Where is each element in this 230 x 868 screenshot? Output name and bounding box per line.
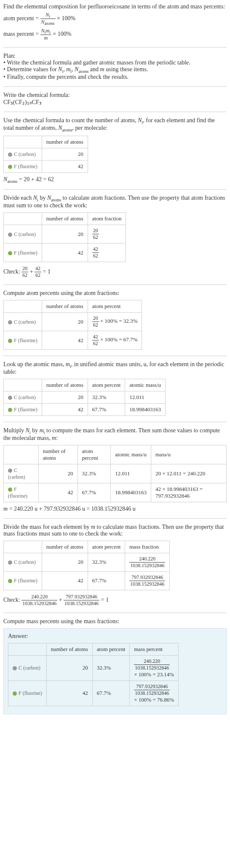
atompct-table: number of atomsatom percent C (carbon) 2…	[3, 300, 142, 350]
ap-cd: 62	[92, 322, 99, 328]
af-ck1d: 62	[21, 272, 28, 279]
mm-cmass: 20 × 12.011 = 240.220	[151, 464, 227, 483]
af-check-pre: Check:	[3, 268, 21, 275]
am-hnum: number of atoms	[42, 379, 88, 391]
mm-cpct: 32.3%	[78, 464, 111, 483]
mf-fn: 797.932932846	[129, 574, 165, 581]
atomfrac-section: Divide each Ni by Natoms to calculate at…	[3, 195, 227, 279]
plan-title: Plan:	[3, 53, 227, 59]
am-fmass: 18.998403163	[125, 403, 166, 415]
intro-section: Find the elemental composition for perfl…	[3, 3, 227, 41]
fluorine-dot-icon	[8, 165, 12, 169]
carbon-dot-icon	[13, 666, 17, 670]
mm-mid: by	[31, 427, 40, 434]
mf-ck2d: 1038.152932846	[64, 600, 99, 607]
mp-hmpct: mass percent	[130, 643, 179, 655]
massmult-section: Multiply Ni by mi to compute the mass fo…	[3, 427, 227, 512]
times100-2: × 100%	[53, 31, 71, 37]
mf-plus: +	[59, 596, 64, 603]
mf-eq: = 1	[101, 596, 109, 603]
af-f-num: 42	[92, 246, 99, 253]
masspct-intro: Compute mass percents using the mass fra…	[3, 618, 227, 625]
fluorine-dot-icon	[8, 408, 12, 412]
af-ck2n: 42	[35, 265, 41, 272]
mf-hnum: number of atoms	[42, 541, 88, 553]
mm-cnum: 20	[38, 464, 78, 483]
fluorine-dot-icon	[8, 488, 12, 492]
af-ffrac: 4262	[92, 246, 99, 259]
am-cmass: 12.011	[125, 391, 166, 403]
mp-fres: × 100% = 76.86%	[134, 697, 174, 703]
ap-fpct: × 100% = 67.7%	[99, 337, 138, 343]
mf-ck1n: 240.220	[21, 594, 57, 600]
carbon-label: C (carbon)	[14, 319, 36, 325]
atompct-section: Compute atom percents using the atom fra…	[3, 290, 227, 350]
af-check-f1: 2062	[21, 265, 28, 279]
ap-fd: 62	[92, 340, 99, 347]
carbon-label: C (carbon)	[14, 394, 36, 400]
intro-text: Find the elemental composition for perfl…	[3, 3, 227, 10]
count-h-num: number of atoms	[42, 136, 88, 148]
mp-cpct: 32.3%	[92, 655, 130, 680]
af-check-f2: 4262	[35, 265, 41, 279]
mm-fnum: 42	[38, 483, 78, 502]
ap-cfrac: 2062	[92, 315, 99, 328]
plan-b2-pre: • Determine values for	[3, 66, 58, 72]
carbon-dot-icon	[8, 560, 12, 565]
ap-cval: 20	[42, 313, 88, 331]
atomicmass-section: Look up the atomic mass, mi, in unified …	[3, 361, 227, 416]
masspct-section: Compute mass percents using the mass fra…	[3, 618, 227, 714]
mf-hfrac: mass fraction	[125, 541, 170, 553]
count-intro-post: , per molecule:	[72, 125, 108, 131]
mf-ck1: 240.2201038.152932846	[21, 594, 57, 607]
ap-cpct: × 100% = 32.3%	[99, 318, 138, 324]
mm-pre: Multiply	[3, 427, 26, 434]
af-hnum: number of atoms	[42, 213, 88, 225]
af-ck1n: 20	[21, 265, 28, 272]
af-c-num: 20	[92, 228, 99, 234]
atomicmass-intro: Look up the atomic mass, mi, in unified …	[3, 361, 227, 375]
mm-camass: 12.011	[111, 464, 151, 483]
ap-hpct: atom percent	[88, 300, 142, 313]
mp-fnum: 42	[46, 680, 92, 706]
af-cval: 20	[42, 225, 88, 244]
divider	[3, 422, 227, 422]
mm-colon: :	[56, 435, 58, 441]
mm-hamass: atomic mass/u	[111, 445, 151, 464]
formula-text: CF₃(CF₂)₁₈CF₃	[3, 99, 227, 106]
mf-ckpre: Check:	[3, 596, 21, 603]
fluorine-label: F (fluorine)	[14, 578, 37, 584]
ap-ffrac: 4262	[92, 334, 99, 347]
af-fval: 42	[42, 244, 88, 262]
divider	[3, 518, 227, 519]
mf-fnum: 42	[42, 571, 88, 590]
count-intro-pre: Use the chemical formula to count the nu…	[3, 117, 138, 123]
fluorine-label: F (fluorine)	[14, 250, 37, 256]
am-pre: Look up the atomic mass,	[3, 361, 66, 367]
carbon-dot-icon	[8, 153, 12, 157]
divider	[3, 112, 227, 112]
af-cfrac: 2062	[92, 228, 99, 241]
divider	[3, 189, 227, 190]
fluorine-dot-icon	[8, 251, 12, 255]
divider	[3, 284, 227, 285]
mp-fpct: 67.7%	[92, 680, 130, 706]
mp-cfrac: 240.2201038.152932846	[134, 658, 170, 671]
mm-fpct: 67.7%	[78, 483, 111, 502]
mf-ck2n: 797.932932846	[64, 594, 99, 600]
mf-cn: 240.220	[129, 556, 165, 563]
carbon-label: C (carbon)	[14, 231, 36, 237]
mm-famass: 18.998403163	[111, 483, 151, 502]
mf-fd: 1038.152932846	[129, 581, 165, 587]
mf-cpct: 32.3%	[88, 553, 125, 571]
am-fpct: 67.7%	[88, 403, 125, 415]
fluorine-label: F (fluorine)	[14, 163, 37, 169]
massfrac-table: number of atomsatom percentmass fraction…	[3, 541, 170, 590]
fluorine-dot-icon	[8, 339, 12, 343]
mass-percent-lhs: mass percent =	[3, 31, 39, 37]
answer-box: Answer: number of atomsatom percentmass …	[3, 628, 227, 714]
carbon-label: C (carbon)	[14, 559, 36, 565]
mass-percent-frac: Nimi m	[40, 28, 51, 41]
count-section: Use the chemical formula to count the nu…	[3, 117, 227, 183]
massmult-table: number of atomsatom percentatomic mass/u…	[3, 445, 227, 502]
